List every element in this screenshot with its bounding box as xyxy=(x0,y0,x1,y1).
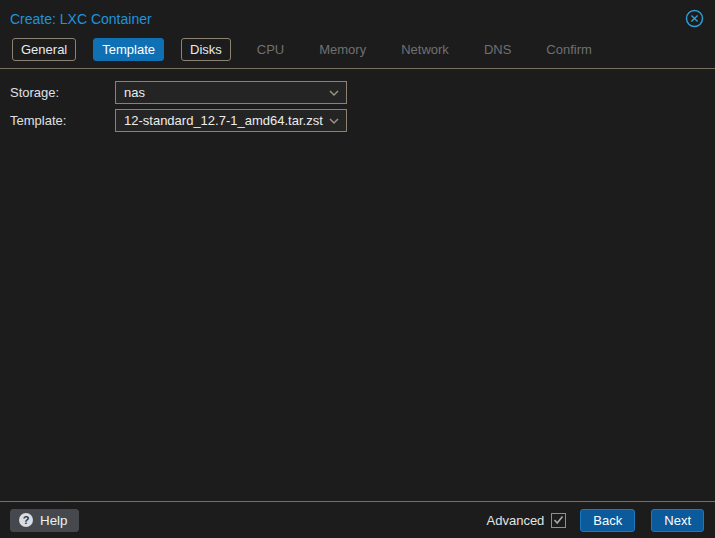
advanced-label: Advanced xyxy=(487,513,545,528)
chevron-down-icon xyxy=(328,89,340,97)
storage-label: Storage: xyxy=(10,85,115,100)
tab-dns: DNS xyxy=(475,38,520,61)
storage-row: Storage: nas xyxy=(10,81,705,104)
tab-confirm: Confirm xyxy=(537,38,601,61)
template-panel: Storage: nas Template: 12-standard_12.7-… xyxy=(0,69,715,501)
chevron-down-icon xyxy=(328,117,340,125)
template-select[interactable]: 12-standard_12.7-1_amd64.tar.zst xyxy=(115,109,347,132)
tab-template[interactable]: Template xyxy=(93,38,164,61)
close-icon[interactable] xyxy=(685,9,704,28)
template-row: Template: 12-standard_12.7-1_amd64.tar.z… xyxy=(10,109,705,132)
dialog-title: Create: LXC Container xyxy=(10,11,152,27)
storage-select[interactable]: nas xyxy=(115,81,347,104)
dialog-footer: ? Help Advanced Back Next xyxy=(0,501,715,538)
footer-actions: Advanced Back Next xyxy=(487,509,704,532)
dialog-titlebar: Create: LXC Container xyxy=(0,0,715,34)
tab-memory: Memory xyxy=(310,38,375,61)
chevron-down-icon[interactable] xyxy=(328,117,340,125)
tab-disks[interactable]: Disks xyxy=(181,38,231,61)
circle-x-icon xyxy=(685,9,704,28)
storage-value: nas xyxy=(124,85,324,100)
help-button-label: Help xyxy=(40,513,67,528)
template-label: Template: xyxy=(10,113,115,128)
check-icon xyxy=(553,515,564,525)
create-lxc-container-dialog: Create: LXC Container General Template D… xyxy=(0,0,715,538)
back-button[interactable]: Back xyxy=(580,509,635,532)
tab-cpu: CPU xyxy=(248,38,293,61)
tab-network: Network xyxy=(392,38,458,61)
help-button[interactable]: ? Help xyxy=(10,509,79,532)
chevron-down-icon[interactable] xyxy=(328,89,340,97)
advanced-checkbox[interactable] xyxy=(551,513,566,528)
next-button[interactable]: Next xyxy=(651,509,704,532)
template-value: 12-standard_12.7-1_amd64.tar.zst xyxy=(124,113,324,128)
question-circle-icon: ? xyxy=(19,513,33,527)
tab-general[interactable]: General xyxy=(12,38,76,61)
wizard-tabbar: General Template Disks CPU Memory Networ… xyxy=(0,34,715,69)
